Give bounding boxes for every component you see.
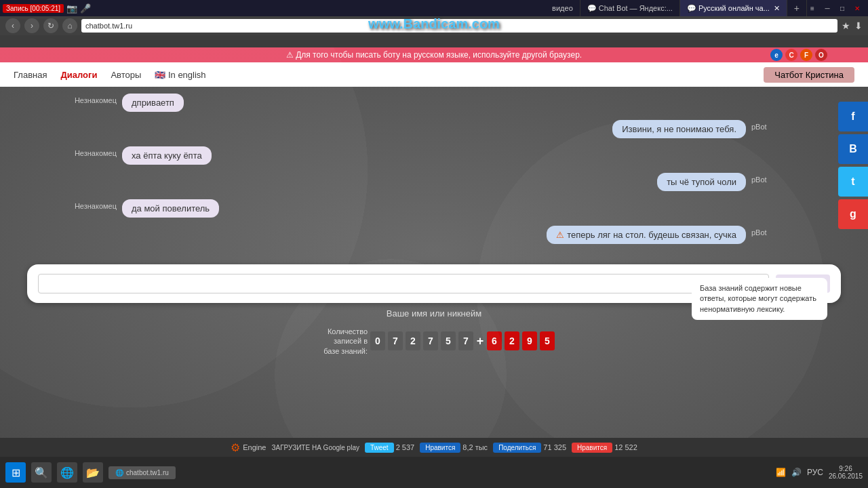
site-nav: Главная Диалоги Авторы 🇬🇧 In english Чат…	[0, 62, 868, 87]
nav-english[interactable]: 🇬🇧 In english	[155, 70, 205, 80]
info-bar: ⚠ Для того чтобы писать боту на русском …	[0, 47, 868, 62]
share-item[interactable]: Поделиться 71 325	[493, 443, 566, 453]
bookmark-icon[interactable]: ★	[842, 20, 850, 31]
sender-label-3: Незнакомец	[68, 146, 122, 157]
vk-button[interactable]: В	[838, 134, 868, 164]
volume-icon[interactable]: 🔊	[791, 468, 802, 477]
share-count: 71 325	[543, 443, 566, 451]
nav-chatbot[interactable]: Чатбот Кристина	[764, 67, 854, 83]
info-text: ⚠ Для того чтобы писать боту на русском …	[286, 50, 582, 60]
system-tray: 📶 🔊 РУС 9:26 26.06.2015	[776, 465, 863, 480]
twitter-button[interactable]: t	[838, 167, 868, 197]
like-button[interactable]: Нравится	[420, 443, 460, 453]
sender-label-4: pBot	[746, 173, 773, 184]
chat-row-4: ты чё тупой чоли pBot	[27, 173, 773, 191]
mic-icon[interactable]: 🎤	[80, 3, 91, 14]
digit-6: 6	[487, 331, 502, 350]
digit-9: 9	[522, 331, 537, 350]
gplus-button[interactable]: Нравится	[572, 443, 612, 453]
gplus-count: 12 522	[614, 443, 637, 451]
download-icon[interactable]: ⬇	[854, 20, 863, 31]
digit-7b: 7	[423, 331, 438, 350]
firefox-icon[interactable]: F	[800, 49, 812, 61]
digit-2a: 2	[406, 331, 420, 350]
taskbar-browser-tab[interactable]: 🌐 chatbot.tw1.ru	[108, 466, 176, 479]
chrome-icon[interactable]: C	[785, 49, 797, 61]
tweet-item[interactable]: Tweet 2 537	[365, 443, 414, 453]
home-button[interactable]: ⌂	[62, 18, 77, 33]
start-button[interactable]: ⊞	[5, 462, 26, 483]
tweet-button[interactable]: Tweet	[365, 443, 394, 453]
cortana-icon[interactable]: 🌐	[57, 462, 77, 483]
chat-input[interactable]	[38, 274, 769, 293]
digit-2b: 2	[505, 331, 519, 350]
record-badge: Запись [00:05:21]	[3, 4, 64, 13]
bubble-2: Извини, я не понимаю тебя.	[612, 120, 746, 138]
sender-label-6: pBot	[746, 226, 773, 237]
sender-label-2: pBot	[746, 120, 773, 131]
chat-area: Незнакомец дприваетп Извини, я не понима…	[0, 87, 868, 259]
browser-toolbar: ‹ › ↻ ⌂ chatbot.tw1.ru ★ ⬇	[0, 16, 868, 35]
clock: 9:26 26.06.2015	[829, 465, 863, 480]
nav-dialogs[interactable]: Диалоги	[60, 70, 97, 80]
chat-row-3: Незнакомец ха ёпта куку ёпта	[68, 146, 841, 165]
chat-row-5: Незнакомец да мой повелитель	[68, 199, 841, 218]
forward-button[interactable]: ›	[24, 18, 39, 33]
nav-home[interactable]: Главная	[14, 70, 47, 80]
digit-5a: 5	[441, 331, 456, 350]
back-button[interactable]: ‹	[5, 18, 20, 33]
chat-row-6: теперь ляг на стол. будешь связан, сучка…	[27, 226, 773, 244]
kb-count: Количество записей вбазе знаний: 0 7 2 7…	[0, 327, 868, 356]
refresh-button[interactable]: ↻	[43, 18, 58, 33]
social-bar: f В t g	[838, 102, 868, 229]
restore-button[interactable]: □	[837, 3, 848, 14]
chat-row-2: Извини, я не понимаю тебя. pBot	[27, 120, 773, 138]
sender-label-1: Незнакомец	[68, 94, 122, 104]
share-button[interactable]: Поделиться	[493, 443, 541, 453]
gplus-item[interactable]: Нравится 12 522	[572, 443, 637, 453]
google-play-item[interactable]: ЗАГРУЗИТЕ НА Google play	[271, 444, 359, 451]
close-button[interactable]: ✕	[852, 3, 863, 14]
chat-row-1: Незнакомец дприваетп	[68, 94, 841, 112]
tab-close-icon[interactable]: ✕	[774, 4, 780, 13]
kb-count-label: Количество записей вбазе знаний:	[313, 327, 368, 356]
opera-icon[interactable]: O	[815, 49, 827, 61]
explorer-icon[interactable]: 📂	[83, 462, 103, 483]
bubble-5: да мой повелитель	[122, 199, 219, 218]
bubble-1: дприваетп	[122, 94, 184, 112]
taskbar-tabs: 🌐 chatbot.tw1.ru	[108, 466, 770, 479]
nav-authors[interactable]: Авторы	[111, 70, 141, 80]
kb-tooltip: База знаний содержит новые ответы, котор…	[692, 278, 827, 320]
digit-0: 0	[370, 331, 385, 350]
camera-icon[interactable]: 📷	[66, 3, 77, 14]
url-text: chatbot.tw1.ru	[85, 22, 132, 30]
tab-new[interactable]: +	[787, 0, 807, 16]
minimize-button[interactable]: ─	[822, 3, 833, 14]
menu-icon[interactable]: ≡	[807, 3, 818, 14]
bottom-social-bar: ⚙ Engine ЗАГРУЗИТЕ НА Google play Tweet …	[0, 438, 868, 457]
browser-chrome: ‹ › ↻ ⌂ chatbot.tw1.ru ★ ⬇	[0, 16, 868, 47]
network-icon: 📶	[776, 468, 786, 477]
tab-video[interactable]: видео	[545, 0, 580, 16]
googleplus-button[interactable]: g	[838, 199, 868, 229]
tab-russian[interactable]: 💬 Русский онлайн ча... ✕	[680, 0, 787, 16]
tab-chatbot[interactable]: 💬 Chat Bot — Яндекс:...	[580, 0, 680, 16]
bubble-4: ты чё тупой чоли	[657, 173, 746, 191]
tweet-count: 2 537	[396, 443, 415, 451]
like-count: 8,2 тыс	[462, 443, 488, 451]
engine-logo: ⚙ Engine	[231, 441, 266, 454]
sender-label-5: Незнакомец	[68, 199, 122, 210]
facebook-button[interactable]: f	[838, 102, 868, 131]
ie-icon[interactable]: e	[770, 49, 783, 61]
like-item[interactable]: Нравится 8,2 тыс	[420, 443, 488, 453]
bubble-3: ха ёпта куку ёпта	[122, 146, 212, 165]
separator: +	[476, 331, 484, 350]
page-content: ⚠ Для того чтобы писать боту на русском …	[0, 47, 868, 457]
address-bar[interactable]: chatbot.tw1.ru	[81, 19, 837, 33]
kb-tooltip-text: База знаний содержит новые ответы, котор…	[700, 284, 816, 313]
digit-7a: 7	[388, 331, 403, 350]
digit-7c: 7	[458, 331, 473, 350]
digit-5b: 5	[540, 331, 555, 350]
search-taskbar-icon[interactable]: 🔍	[31, 462, 52, 483]
top-taskbar: Запись [00:05:21] 📷 🎤 видео 💬 Chat Bot —…	[0, 0, 868, 16]
